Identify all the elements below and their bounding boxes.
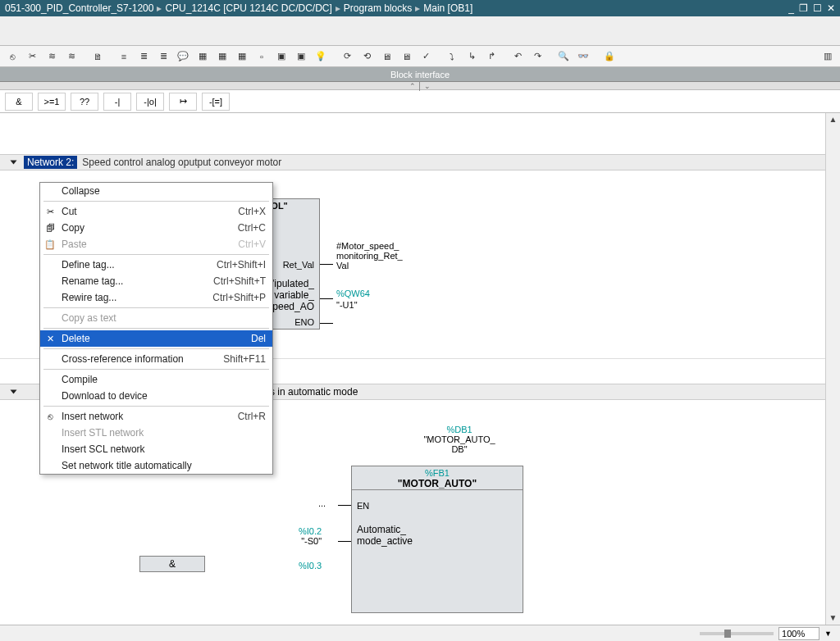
fb-port-line: Automatic_	[357, 524, 413, 535]
menu-paste: 📋PasteCtrl+V	[40, 236, 272, 252]
breadcrumb-part[interactable]: 051-300_PID_Controller_S7-1200	[5, 0, 153, 16]
toolbar-btn[interactable]: ✂	[23, 48, 41, 65]
toolbar-btn[interactable]: ≣	[135, 48, 153, 65]
lad-ncontact-button[interactable]: -|o|	[136, 93, 164, 111]
lad-coil-button[interactable]: -[=]	[202, 93, 230, 111]
menu-cut[interactable]: ✂CutCtrl+X	[40, 203, 272, 220]
function-block[interactable]: %FB1 "MOTOR_AUTO" EN Automatic_ mode_act…	[351, 466, 523, 613]
breadcrumb-sep: ▸	[336, 0, 340, 16]
lad-branch-button[interactable]: ↦	[169, 93, 197, 111]
menu-insert-network[interactable]: ⎋Insert networkCtrl+R	[40, 408, 272, 425]
menu-copy-as-text: Copy as text	[40, 310, 272, 326]
breadcrumb-sep: ▸	[415, 0, 420, 16]
menu-define-tag[interactable]: Define tag...Ctrl+Shift+I	[40, 257, 272, 273]
menu-rewire-tag[interactable]: Rewire tag...Ctrl+Shift+P	[40, 289, 272, 306]
vertical-scrollbar[interactable]: ▲ ▼	[825, 113, 840, 625]
wire	[320, 264, 333, 265]
tag-symbol: "-S0"	[299, 536, 322, 546]
toolbar-btn[interactable]: ↷	[528, 48, 546, 65]
toolbar-btn[interactable]: ▦	[194, 48, 212, 65]
breadcrumb-part[interactable]: CPU_1214C [CPU 1214C DC/DC/DC]	[165, 0, 331, 16]
menubar-area	[0, 16, 840, 46]
breadcrumb-sep: ▸	[157, 0, 162, 16]
toolbar-btn[interactable]: ▦	[213, 48, 231, 65]
lad-or-button[interactable]: >=1	[38, 93, 66, 111]
toolbar-btn[interactable]: ↶	[509, 48, 527, 65]
scroll-down-icon[interactable]: ▼	[826, 611, 840, 625]
toolbar-btn[interactable]: ≋	[62, 48, 80, 65]
toolbar-btn[interactable]: ▥	[819, 48, 837, 65]
block-interface-bar[interactable]: Block interface	[0, 67, 840, 82]
toolbar-btn[interactable]: ⟳	[338, 48, 356, 65]
toolbar-btn[interactable]: 🗎	[89, 48, 107, 65]
and-block[interactable]: &	[139, 556, 205, 572]
lad-and-button[interactable]: &	[5, 93, 33, 111]
zoom-slider[interactable]	[700, 632, 774, 635]
toolbar-btn[interactable]: ↳	[463, 48, 481, 65]
delete-icon: ✕	[43, 334, 57, 344]
toolbar-btn[interactable]: ▫	[253, 48, 271, 65]
tag-const: ...	[318, 498, 326, 508]
menu-collapse[interactable]: Collapse	[40, 183, 272, 199]
toolbar-btn[interactable]: 🔍	[555, 48, 573, 65]
toolbar-btn[interactable]: ⤵	[443, 48, 461, 65]
toolbar-btn[interactable]: 💬	[174, 48, 192, 65]
network-description[interactable]: Speed control analog oputput conveyor mo…	[82, 157, 281, 168]
lad-contact-button[interactable]: -|	[103, 93, 131, 111]
toolbar-btn[interactable]: 💡	[312, 48, 330, 65]
scroll-up-icon[interactable]: ▲	[826, 113, 840, 126]
restore-icon[interactable]: ❐	[799, 0, 808, 16]
menu-download[interactable]: Download to device	[40, 388, 272, 404]
menu-insert-scl[interactable]: Insert SCL network	[40, 441, 272, 457]
fb-port-eno: ENO	[294, 317, 314, 327]
breadcrumb-part[interactable]: Program blocks	[344, 0, 412, 16]
toolbar-btn[interactable]: 🖥	[377, 48, 395, 65]
toolbar-btn[interactable]: ≣	[154, 48, 172, 65]
menu-xref[interactable]: Cross-reference informationShift+F11	[40, 351, 272, 367]
network-title-partial: s in automatic mode	[270, 386, 358, 398]
breadcrumb: 051-300_PID_Controller_S7-1200 ▸ CPU_121…	[5, 0, 788, 16]
menu-rename-tag[interactable]: Rename tag...Ctrl+Shift+T	[40, 273, 272, 289]
menu-auto-title[interactable]: Set network title automatically	[40, 457, 272, 474]
zoom-dropdown-icon[interactable]: ▼	[824, 630, 832, 638]
close-icon[interactable]: ✕	[827, 0, 835, 16]
toolbar-btn[interactable]: ▦	[233, 48, 251, 65]
toolbar-btn[interactable]: 🔒	[600, 48, 619, 65]
maximize-icon[interactable]: ☐	[813, 0, 822, 16]
menu-insert-stl: Insert STL network	[40, 425, 272, 441]
editor-toolbar: ⎋ ✂ ≋ ≋ 🗎 ≡ ≣ ≣ 💬 ▦ ▦ ▦ ▫ ▣ ▣ 💡 ⟳ ⟲ 🖥 🖥 …	[0, 46, 840, 67]
toolbar-btn[interactable]: ⟲	[358, 48, 376, 65]
tag-address: %I0.3	[299, 561, 322, 571]
toolbar-btn[interactable]: ▣	[272, 48, 290, 65]
splitter[interactable]: ⌃ │ ⌄	[0, 82, 840, 90]
toolbar-btn[interactable]: ≡	[115, 48, 133, 65]
toolbar-btn[interactable]: 🖥	[397, 48, 415, 65]
wire	[320, 298, 333, 299]
toolbar-btn[interactable]: ⎋	[3, 48, 21, 65]
fb-tag: %FB1	[352, 466, 523, 478]
fb-port-line: "ipulated_	[271, 278, 314, 289]
toolbar-btn[interactable]: ↱	[482, 48, 500, 65]
minimize-icon[interactable]: _	[788, 0, 794, 16]
zoom-input[interactable]	[778, 627, 819, 640]
tag-address: %QW64	[336, 289, 370, 298]
toolbar-btn[interactable]: ✓	[417, 48, 435, 65]
menu-compile[interactable]: Compile	[40, 371, 272, 388]
breadcrumb-part[interactable]: Main [OB1]	[423, 0, 472, 16]
menu-delete[interactable]: ✕DeleteDel	[40, 330, 272, 347]
tag-address: %I0.2	[299, 526, 322, 536]
toolbar-btn[interactable]: ≋	[43, 48, 61, 65]
scroll-track[interactable]	[826, 126, 840, 611]
menu-copy[interactable]: 🗐CopyCtrl+C	[40, 220, 272, 236]
toolbar-btn[interactable]: ▣	[292, 48, 310, 65]
zoom-thumb[interactable]	[724, 630, 731, 638]
fb-port-line: mode_active	[357, 535, 413, 547]
network-header[interactable]: Network 2: Speed control analog oputput …	[0, 154, 825, 170]
insert-network-icon: ⎋	[43, 411, 57, 421]
network-label-selected[interactable]: Network 2:	[24, 156, 77, 169]
fb-port-en: EN	[357, 501, 369, 511]
toolbar-btn[interactable]: 👓	[574, 48, 592, 65]
lad-empty-button[interactable]: ??	[71, 93, 98, 111]
collapse-triangle-icon[interactable]	[11, 390, 17, 394]
collapse-triangle-icon[interactable]	[11, 161, 17, 165]
